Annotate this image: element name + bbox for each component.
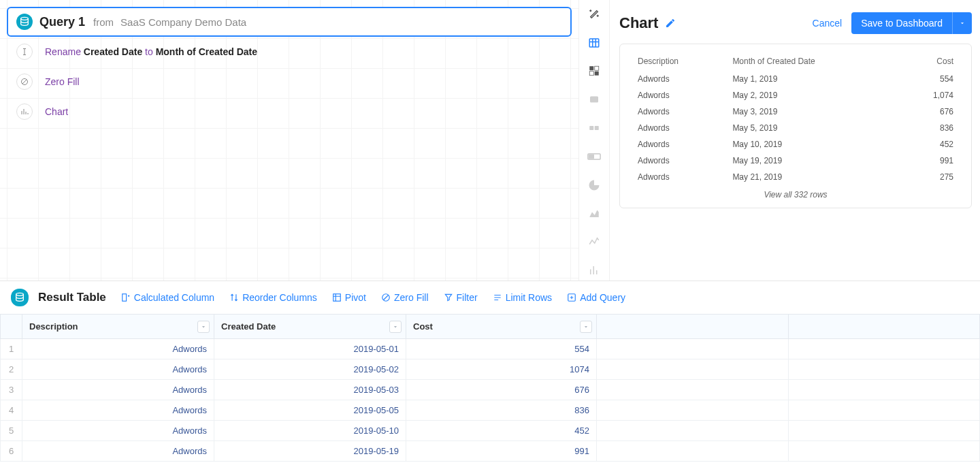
calculated-column-button[interactable]: Calculated Column bbox=[121, 292, 214, 303]
svg-rect-13 bbox=[122, 294, 127, 302]
col-header-empty-2 bbox=[788, 315, 980, 339]
step-zerofill-label: Zero Fill bbox=[45, 76, 80, 87]
table-row[interactable]: 4Adwords2019-05-05836 bbox=[1, 400, 980, 421]
cell-cost[interactable]: 1074 bbox=[406, 359, 597, 380]
cell-cost[interactable]: 554 bbox=[406, 339, 597, 359]
svg-rect-3 bbox=[589, 67, 593, 71]
cell-created-date[interactable]: 2019-05-01 bbox=[214, 339, 406, 359]
query-name[interactable]: Query 1 bbox=[39, 15, 85, 29]
edit-chart-title-icon[interactable] bbox=[665, 18, 676, 29]
chevron-down-icon[interactable] bbox=[197, 321, 210, 333]
col-header-description[interactable]: Description bbox=[22, 315, 214, 339]
table-row[interactable]: 3Adwords2019-05-03676 bbox=[1, 380, 980, 400]
col-header-created-date[interactable]: Created Date bbox=[214, 315, 406, 339]
cell-description[interactable]: Adwords bbox=[22, 441, 214, 462]
preview-col-month[interactable]: Month of Created Date bbox=[728, 54, 901, 70]
preview-row[interactable]: AdwordsMay 5, 2019836 bbox=[634, 121, 958, 135]
cell-created-date[interactable]: 2019-05-05 bbox=[214, 400, 406, 421]
progress-type-icon[interactable] bbox=[584, 146, 604, 167]
cell-cost[interactable]: 676 bbox=[406, 380, 597, 400]
limit-rows-button[interactable]: Limit Rows bbox=[493, 292, 552, 303]
cell-empty bbox=[597, 380, 789, 400]
preview-cell-date: May 5, 2019 bbox=[728, 121, 901, 135]
query-source-block[interactable]: Query 1 from SaaS Company Demo Data bbox=[7, 7, 572, 37]
cell-created-date[interactable]: 2019-05-19 bbox=[214, 441, 406, 462]
cell-cost[interactable]: 452 bbox=[406, 421, 597, 441]
magic-icon[interactable] bbox=[584, 4, 604, 25]
row-number: 4 bbox=[1, 400, 22, 421]
line-type-icon[interactable] bbox=[584, 231, 604, 252]
cell-description[interactable]: Adwords bbox=[22, 359, 214, 380]
svg-rect-4 bbox=[595, 67, 599, 71]
pivot-type-icon[interactable] bbox=[584, 61, 604, 82]
preview-cell-cost: 991 bbox=[903, 153, 958, 168]
filter-button[interactable]: Filter bbox=[444, 292, 478, 303]
comparison-type-icon[interactable] bbox=[584, 118, 604, 138]
chevron-down-icon[interactable] bbox=[580, 321, 592, 333]
preview-row[interactable]: AdwordsMay 10, 2019452 bbox=[634, 137, 958, 152]
preview-row[interactable]: AdwordsMay 19, 2019991 bbox=[634, 153, 958, 168]
pie-type-icon[interactable] bbox=[584, 175, 604, 195]
cell-description[interactable]: Adwords bbox=[22, 339, 214, 359]
cell-empty bbox=[597, 400, 789, 421]
table-type-icon[interactable] bbox=[584, 33, 604, 53]
preview-cell-cost: 1,074 bbox=[903, 88, 958, 103]
preview-cell-cost: 676 bbox=[903, 104, 958, 119]
cancel-button[interactable]: Cancel bbox=[813, 18, 843, 29]
number-type-icon[interactable] bbox=[584, 89, 604, 110]
preview-col-description[interactable]: Description bbox=[634, 54, 727, 70]
cell-created-date[interactable]: 2019-05-02 bbox=[214, 359, 406, 380]
cell-cost[interactable]: 836 bbox=[406, 400, 597, 421]
cell-empty bbox=[788, 421, 980, 441]
cell-created-date[interactable]: 2019-05-03 bbox=[214, 380, 406, 400]
step-rename-text: Rename Created Date to Month of Created … bbox=[45, 46, 257, 57]
cell-description[interactable]: Adwords bbox=[22, 380, 214, 400]
svg-rect-2 bbox=[589, 39, 599, 47]
table-row[interactable]: 5Adwords2019-05-10452 bbox=[1, 421, 980, 441]
pivot-button[interactable]: Pivot bbox=[332, 292, 366, 303]
preview-row[interactable]: AdwordsMay 1, 2019554 bbox=[634, 71, 958, 86]
step-chart[interactable]: Chart bbox=[7, 97, 572, 127]
table-row[interactable]: 1Adwords2019-05-01554 bbox=[1, 339, 980, 359]
preview-row[interactable]: AdwordsMay 2, 20191,074 bbox=[634, 88, 958, 103]
cell-empty bbox=[788, 441, 980, 462]
reorder-columns-button[interactable]: Reorder Columns bbox=[229, 292, 317, 303]
preview-cell-date: May 10, 2019 bbox=[728, 137, 901, 152]
result-toolbar: Result Table Calculated Column Reorder C… bbox=[0, 281, 980, 314]
from-label: from bbox=[93, 16, 114, 28]
svg-rect-8 bbox=[589, 126, 593, 130]
query-canvas: Query 1 from SaaS Company Demo Data Rena… bbox=[0, 0, 578, 280]
zerofill-icon bbox=[16, 74, 33, 90]
table-row[interactable]: 6Adwords2019-05-19991 bbox=[1, 441, 980, 462]
area-type-icon[interactable] bbox=[584, 204, 604, 224]
cell-created-date[interactable]: 2019-05-10 bbox=[214, 421, 406, 441]
source-name[interactable]: SaaS Company Demo Data bbox=[120, 16, 246, 28]
database-icon bbox=[16, 14, 33, 30]
preview-col-cost[interactable]: Cost bbox=[903, 54, 958, 70]
table-row[interactable]: 2Adwords2019-05-021074 bbox=[1, 359, 980, 380]
cell-description[interactable]: Adwords bbox=[22, 400, 214, 421]
view-all-rows-link[interactable]: View all 332 rows bbox=[632, 186, 959, 199]
cell-empty bbox=[788, 359, 980, 380]
cell-description[interactable]: Adwords bbox=[22, 421, 214, 441]
preview-row[interactable]: AdwordsMay 3, 2019676 bbox=[634, 104, 958, 119]
row-number: 3 bbox=[1, 380, 22, 400]
cell-empty bbox=[788, 339, 980, 359]
cell-cost[interactable]: 991 bbox=[406, 441, 597, 462]
save-to-dashboard-button[interactable]: Save to Dashboard bbox=[851, 12, 952, 34]
cell-empty bbox=[788, 380, 980, 400]
bar-type-icon[interactable] bbox=[584, 260, 604, 280]
chart-type-strip bbox=[578, 0, 610, 280]
step-zerofill[interactable]: Zero Fill bbox=[7, 67, 572, 97]
cell-empty bbox=[788, 400, 980, 421]
preview-cell-desc: Adwords bbox=[634, 170, 727, 185]
add-query-button[interactable]: Add Query bbox=[567, 292, 625, 303]
preview-row[interactable]: AdwordsMay 21, 2019275 bbox=[634, 170, 958, 185]
save-dropdown-caret[interactable] bbox=[952, 12, 972, 34]
preview-cell-date: May 1, 2019 bbox=[728, 71, 901, 86]
zerofill-button[interactable]: Zero Fill bbox=[381, 292, 429, 303]
svg-rect-6 bbox=[595, 71, 599, 76]
chevron-down-icon[interactable] bbox=[389, 321, 402, 333]
col-header-cost[interactable]: Cost bbox=[406, 315, 597, 339]
step-rename[interactable]: Rename Created Date to Month of Created … bbox=[7, 37, 572, 67]
